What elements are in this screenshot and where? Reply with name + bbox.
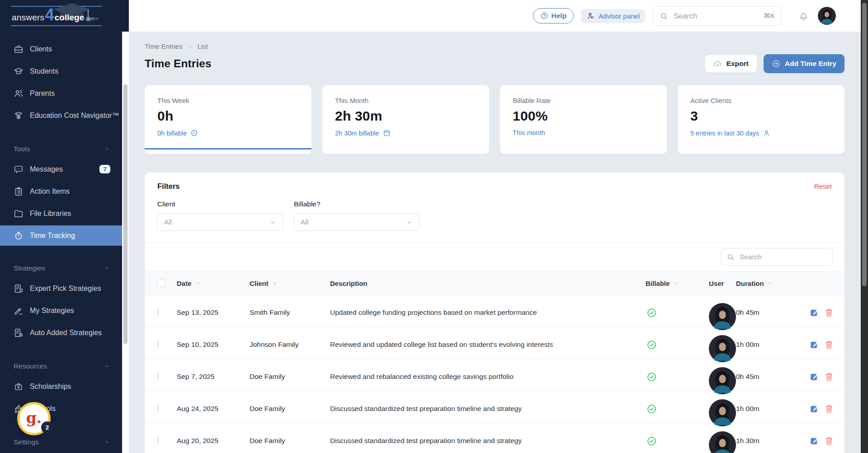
edit-entry-button[interactable] [809,340,819,350]
row-checkbox[interactable] [157,404,158,413]
billable-filter-select[interactable]: All [294,213,420,231]
select-all-checkbox[interactable] [157,279,165,287]
user-avatar [709,431,736,453]
sidebar-scrollbar[interactable] [122,32,129,453]
reset-filters-link[interactable]: Reset [814,182,832,190]
page-scrollbar-thumb[interactable] [862,3,867,286]
column-header-billable[interactable]: Billable [646,280,709,287]
chevron-up-icon [104,363,110,369]
delete-entry-button[interactable] [824,404,834,414]
client-filter-select[interactable]: All [157,213,283,231]
help-button[interactable]: Help [533,8,574,23]
stat-card-this-week[interactable]: This Week0h0h billable [145,85,311,154]
sidebar-item-my-strategies[interactable]: My Strategies [0,299,122,322]
cell-description: Updated college funding projections base… [330,308,646,317]
sidebar-item-scholarships[interactable]: Scholarships [0,375,122,397]
cell-date: Sep 10, 2025 [177,341,250,349]
trash-icon [824,340,834,350]
sidebar-item-education-cost-navigator[interactable]: Education Cost Navigator™ [0,104,122,126]
avatar-photo [709,367,736,394]
row-checkbox[interactable] [157,436,158,445]
avatar-photo [709,431,736,453]
breadcrumb-current: List [198,42,208,50]
clipboard-icon [14,187,24,196]
sidebar-item-students[interactable]: Students [0,60,122,82]
stat-card-billable-rate[interactable]: Billable Rate100%This month [500,85,667,154]
delete-entry-button[interactable] [824,308,834,318]
chevron-right-icon [187,42,193,50]
row-checkbox[interactable] [157,372,158,381]
avatar-photo [709,303,736,330]
add-time-entry-button[interactable]: Add Time Entry [764,54,844,73]
sidebar-scrollbar-thumb[interactable] [123,84,127,344]
sidebar-section-strategies[interactable]: Strategies [0,259,122,277]
table-search[interactable] [721,248,833,266]
column-header-duration[interactable]: Duration [736,280,809,287]
graduation-cap-icon [14,66,24,76]
sidebar-item-expert-pick-strategies[interactable]: Expert Pick Strategies [0,277,122,299]
sidebar-item-messages[interactable]: Messages7 [0,158,122,180]
column-header-user: User [709,280,736,287]
active-card-indicator [145,148,311,149]
feedback-widget[interactable]: g. 2 [17,402,51,435]
table-search-input[interactable] [739,252,827,262]
person-icon [763,129,770,137]
cell-billable [646,436,709,446]
stat-card-this-month[interactable]: This Month2h 30m2h 30m billable [322,85,489,154]
search-icon [726,253,735,261]
chevron-down-icon [406,219,413,226]
cell-user [709,359,736,394]
stat-value: 0h [157,108,299,124]
row-checkbox[interactable] [157,308,158,317]
stat-card-active-clients[interactable]: Active Clients35 entries in last 30 days [678,85,844,154]
sidebar-section-settings[interactable]: Settings [0,433,122,451]
feedback-widget-logo: g. [26,409,42,427]
edit-entry-button[interactable] [809,404,819,414]
avatar-photo [709,335,736,362]
stat-sub-link[interactable]: 2h 30m billable [335,129,476,137]
page-scrollbar[interactable] [861,0,868,453]
sidebar-item-file-libraries[interactable]: File Libraries [0,202,122,224]
sidebar-item-clients[interactable]: Clients [0,38,122,60]
global-search[interactable]: ⌘K [653,6,782,26]
delete-entry-button[interactable] [824,436,834,446]
edit-entry-button[interactable] [809,436,819,446]
edit-icon [809,308,819,318]
breadcrumb-parent[interactable]: Time Entries [145,42,183,50]
sidebar-section-tools[interactable]: Tools [0,140,122,158]
advisor-panel-button[interactable]: Advisor panel [581,9,645,23]
stopwatch-icon [14,231,24,241]
document-gear-icon [14,328,24,338]
unread-count-badge: 7 [99,165,110,173]
user-avatar[interactable] [818,7,836,25]
delete-entry-button[interactable] [824,340,834,350]
app-logo[interactable]: answers4college.com™ [0,0,129,32]
edit-icon [809,372,819,382]
stat-sub-link[interactable]: This month [513,129,654,136]
column-header-client[interactable]: Client [250,280,330,287]
global-search-input[interactable] [673,11,759,21]
row-checkbox[interactable] [157,340,158,349]
sidebar-item-parents[interactable]: Parents [0,82,122,104]
column-header-date[interactable]: Date [177,280,250,287]
check-circle-icon [646,372,657,382]
notifications-button[interactable] [798,10,809,22]
sidebar-item-time-tracking[interactable]: Time Tracking [0,225,122,246]
edit-entry-button[interactable] [809,372,819,382]
filters-title: Filters [157,182,180,191]
user-avatar [709,335,736,362]
cell-actions [809,404,844,414]
edit-entry-button[interactable] [809,308,819,318]
chevron-down-icon [269,219,276,226]
export-button[interactable]: Export [705,55,757,73]
check-circle-icon [646,308,657,318]
sidebar-item-action-items[interactable]: Action Items [0,180,122,202]
cell-user [709,327,736,362]
sidebar-section-resources[interactable]: Resources [0,357,122,375]
stat-sub-link[interactable]: 5 entries in last 30 days [690,129,832,137]
briefcase-icon [14,44,24,54]
stat-sub-link[interactable]: 0h billable [157,129,299,137]
chevron-down-icon [767,280,773,286]
delete-entry-button[interactable] [824,372,834,382]
sidebar-item-auto-added-strategies[interactable]: Auto Added Strategies [0,322,122,344]
